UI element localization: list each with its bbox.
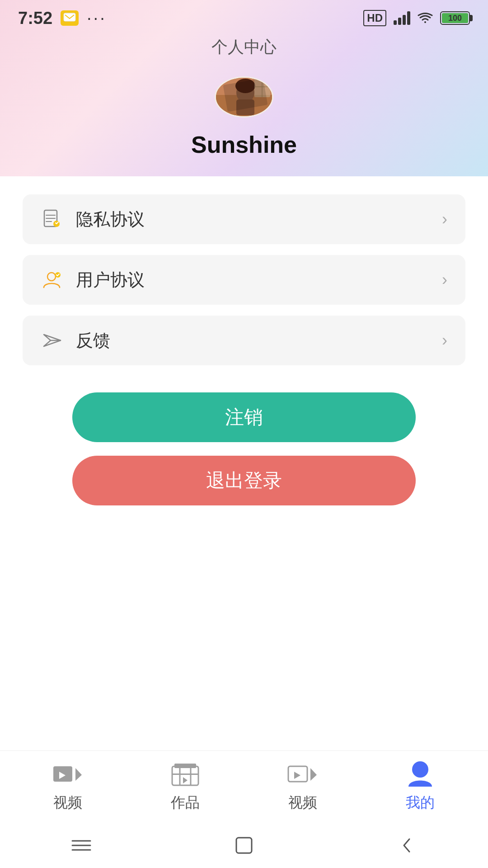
battery-icon: 100 bbox=[440, 11, 470, 25]
svg-point-25 bbox=[412, 761, 428, 778]
menu-item-feedback-left: 反馈 bbox=[41, 329, 110, 352]
tab-item-video2[interactable]: 视频 bbox=[244, 761, 361, 813]
video1-icon bbox=[52, 761, 84, 788]
nav-bar bbox=[0, 823, 488, 868]
privacy-label: 隐私协议 bbox=[76, 208, 145, 231]
chevron-right-icon: › bbox=[442, 210, 447, 229]
tab-item-works[interactable]: 作品 bbox=[127, 761, 244, 813]
logout-button[interactable]: 退出登录 bbox=[72, 456, 416, 505]
user-icon bbox=[41, 269, 63, 291]
chevron-right-icon: › bbox=[442, 270, 447, 289]
cancel-account-button[interactable]: 注销 bbox=[72, 392, 416, 442]
avatar[interactable] bbox=[215, 76, 273, 118]
menu-item-user-agreement[interactable]: 用户协议 › bbox=[23, 255, 465, 305]
tab-item-mine[interactable]: 我的 bbox=[361, 761, 479, 813]
video2-icon bbox=[287, 761, 319, 788]
status-right: HD 100 bbox=[363, 10, 470, 26]
wifi-icon bbox=[418, 12, 433, 24]
status-left: 7:52 ··· bbox=[18, 9, 107, 28]
more-icon: ··· bbox=[87, 9, 107, 28]
main-content: 隐私协议 › 用户协议 › bbox=[0, 176, 488, 524]
menu-item-feedback[interactable]: 反馈 › bbox=[23, 316, 465, 365]
svg-marker-24 bbox=[294, 772, 300, 779]
status-bar: 7:52 ··· HD 100 bbox=[0, 0, 488, 36]
tab-mine-label: 我的 bbox=[406, 793, 435, 813]
svg-rect-18 bbox=[172, 774, 198, 775]
svg-point-11 bbox=[47, 273, 56, 281]
cancel-account-label: 注销 bbox=[225, 405, 263, 430]
svg-marker-14 bbox=[75, 768, 82, 781]
svg-rect-0 bbox=[64, 13, 75, 21]
tab-video2-label: 视频 bbox=[288, 793, 317, 813]
document-icon bbox=[41, 208, 63, 231]
tab-works-label: 作品 bbox=[171, 793, 200, 813]
send-icon bbox=[41, 329, 63, 352]
svg-point-5 bbox=[235, 79, 255, 93]
tab-item-video1[interactable]: 视频 bbox=[9, 761, 127, 813]
avatar-image bbox=[216, 76, 272, 118]
svg-rect-29 bbox=[236, 838, 252, 853]
nav-back-button[interactable] bbox=[389, 832, 425, 859]
status-time: 7:52 bbox=[18, 9, 52, 28]
hd-badge: HD bbox=[363, 10, 386, 26]
works-icon bbox=[169, 761, 201, 788]
tab-bar: 视频 作品 视频 bbox=[0, 750, 488, 823]
message-icon bbox=[61, 10, 79, 26]
page-title: 个人中心 bbox=[211, 36, 277, 58]
svg-rect-16 bbox=[172, 766, 198, 785]
mine-icon bbox=[404, 761, 436, 788]
chevron-right-icon: › bbox=[442, 331, 447, 350]
svg-marker-23 bbox=[310, 768, 317, 781]
menu-item-privacy-left: 隐私协议 bbox=[41, 208, 145, 231]
logout-label: 退出登录 bbox=[206, 468, 282, 493]
svg-rect-17 bbox=[174, 764, 196, 768]
signal-icon bbox=[394, 11, 410, 25]
svg-point-3 bbox=[236, 83, 254, 103]
feedback-label: 反馈 bbox=[76, 329, 110, 352]
menu-item-user-agreement-left: 用户协议 bbox=[41, 269, 145, 292]
username: Sunshine bbox=[191, 131, 297, 158]
nav-home-button[interactable] bbox=[226, 832, 262, 859]
menu-item-privacy[interactable]: 隐私协议 › bbox=[23, 194, 465, 244]
user-agreement-label: 用户协议 bbox=[76, 269, 145, 292]
nav-menu-button[interactable] bbox=[63, 832, 99, 859]
svg-marker-21 bbox=[183, 777, 188, 783]
svg-rect-4 bbox=[236, 99, 254, 115]
tab-video1-label: 视频 bbox=[53, 793, 82, 813]
